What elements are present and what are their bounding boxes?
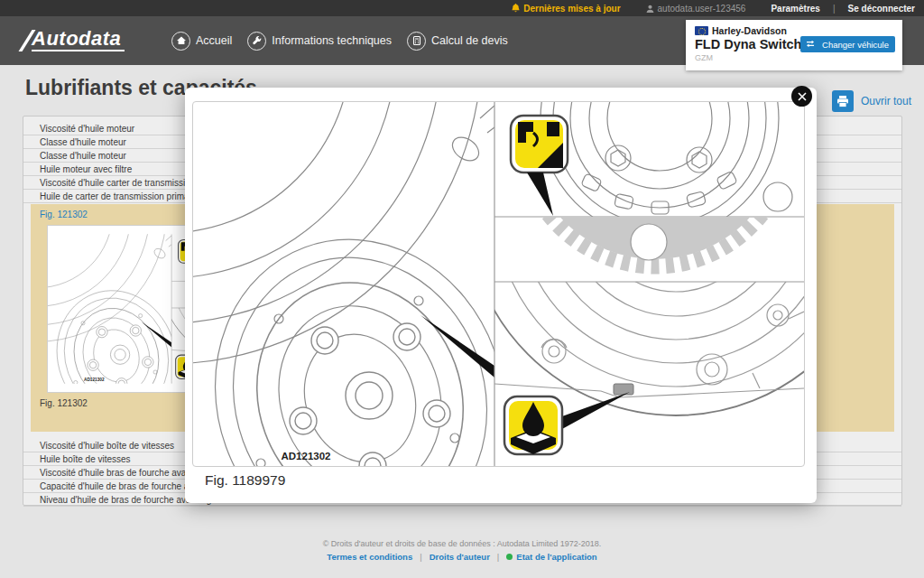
nav-item-label: Informations techniques	[272, 34, 392, 47]
nav-item-label: Accueil	[196, 34, 232, 47]
nav-item-accueil[interactable]: Accueil	[171, 32, 232, 51]
change-vehicle-label: Changer véhicule	[822, 40, 889, 50]
bell-icon	[512, 4, 520, 13]
nav-item-informations-techniques[interactable]: Informations techniques	[247, 32, 392, 51]
vehicle-card: Harley-Davidson FLD Dyna Switchback 1690…	[686, 20, 902, 70]
nav-item-label: Calcul de devis	[431, 34, 508, 47]
figure-drawing	[192, 101, 805, 467]
vehicle-make-row: Harley-Davidson	[695, 25, 893, 36]
topbar-divider: |	[833, 4, 836, 14]
printer-icon	[836, 96, 849, 107]
footer-links: Termes et conditions | Droits d'auteur |…	[0, 552, 924, 562]
nav-item-calcul-de-devis[interactable]: Calcul de devis	[407, 32, 508, 51]
vehicle-make: Harley-Davidson	[712, 25, 787, 36]
open-all-label[interactable]: Ouvrir tout	[861, 95, 911, 107]
status-green-dot	[506, 554, 513, 560]
copyright-link[interactable]: Droits d'auteur	[430, 552, 490, 562]
latest-updates-link[interactable]: Dernières mises à jour	[512, 4, 620, 14]
app-status-link[interactable]: Etat de l'application	[506, 552, 596, 562]
logo-wordmark: Autodata	[32, 28, 125, 51]
copyright-text: © Droits d'auteur et droits de base de d…	[0, 539, 924, 548]
flag-icon	[695, 26, 708, 35]
vehicle-code: GZM	[695, 53, 893, 62]
home-icon	[171, 32, 190, 51]
swap-arrows-icon	[807, 41, 818, 49]
logout-link[interactable]: Se déconnecter	[848, 4, 915, 14]
footer-divider: |	[420, 552, 421, 562]
open-all-control: Ouvrir tout	[832, 90, 911, 112]
current-user: autodata.user-123456	[646, 4, 746, 14]
calculator-icon	[407, 32, 426, 51]
modal-figure-caption: Fig. 1189979	[205, 472, 285, 489]
print-button[interactable]	[832, 90, 854, 112]
autodata-logo[interactable]: Autodata	[25, 28, 125, 51]
app-status-label: Etat de l'application	[516, 552, 596, 562]
wrench-icon	[247, 32, 266, 51]
figure-modal: Fig. 1189979	[185, 88, 817, 503]
change-vehicle-button[interactable]: Changer véhicule	[800, 36, 895, 52]
footer-divider: |	[497, 552, 499, 562]
close-icon[interactable]	[791, 86, 812, 107]
nav-menu: Accueil Informations techniques Calcul d…	[171, 16, 508, 65]
terms-link[interactable]: Termes et conditions	[327, 552, 412, 562]
utility-bar: Dernières mises à jour autodata.user-123…	[0, 0, 924, 16]
settings-link[interactable]: Paramètres	[771, 4, 819, 14]
user-icon	[646, 5, 654, 13]
